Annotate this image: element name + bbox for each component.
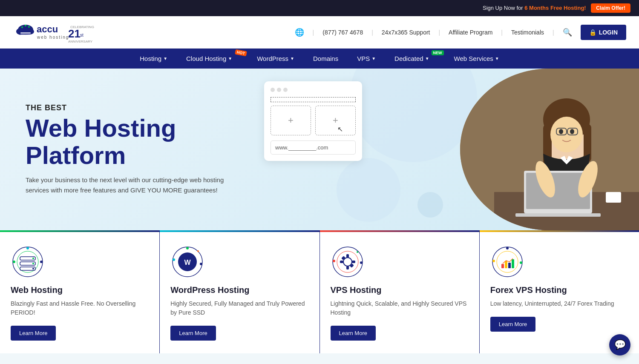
svg-point-7 [28,26,30,28]
svg-rect-60 [350,264,354,268]
wordpress-icon: W [170,245,204,279]
svg-rect-69 [512,259,514,268]
phone-link[interactable]: (877) 767 4678 [322,29,363,36]
nav-cloud-hosting[interactable]: Cloud Hosting ▼ HOT [177,49,248,69]
hero-image-area: + + ↖ www._________.com [256,69,639,230]
cursor-icon: ↖ [337,125,343,133]
svg-rect-66 [501,264,504,268]
svg-text:st: st [80,33,83,37]
chevron-down-icon: ▼ [163,56,167,61]
svg-point-63 [357,251,358,253]
header-navigation: 🌐 | (877) 767 4678 | 24x7x365 Support | … [295,25,626,40]
chevron-down-icon: ▼ [290,56,294,61]
svg-rect-56 [346,266,349,269]
hero-content: THE BEST Web HostingPlatform Take your b… [0,82,256,217]
chat-icon: 💬 [614,339,626,350]
card-3-button[interactable]: Learn More [331,326,376,341]
chevron-down-icon: ▼ [228,56,232,61]
svg-rect-68 [508,263,511,268]
svg-rect-21 [606,192,621,203]
dot-1 [271,88,275,92]
hero-subtitle: THE BEST [26,103,234,112]
svg-text:21: 21 [68,27,81,40]
logo-area: accu web hosting CELEBRATING 21 st ANNIV… [13,20,98,44]
svg-text:web hosting: web hosting [37,35,69,40]
mockup-grid: + + [271,106,356,135]
card-3-desc: Lightning Quick, Scalable, and Highly Se… [331,299,469,317]
svg-rect-55 [346,254,349,258]
web-hosting-icon [11,245,45,279]
svg-text:ANNIVERSARY: ANNIVERSARY [68,40,93,43]
mockup-box-2: + [315,106,356,135]
card-4-button[interactable]: Learn More [490,317,535,332]
svg-rect-59 [341,256,345,260]
hero-photo [460,69,639,230]
nav-web-services[interactable]: Web Services ▼ [445,49,509,69]
header: accu web hosting CELEBRATING 21 st ANNIV… [0,16,639,49]
svg-point-48 [173,258,175,261]
card-4-desc: Low latency, Uninterrupted, 24/7 Forex T… [490,299,628,308]
chevron-down-icon: ▼ [371,56,376,61]
hero-description: Take your business to the next level wit… [26,175,234,195]
hero-mockup: + + ↖ www._________.com [264,81,362,161]
svg-point-27 [559,129,563,134]
card-1-button[interactable]: Learn More [11,326,56,341]
svg-text:accu: accu [37,24,58,34]
svg-point-5 [21,26,23,28]
nav-dedicated[interactable]: Dedicated ▼ NEW [385,49,444,69]
svg-point-72 [506,247,509,249]
card-wordpress: W WordPress Hosting Highly Secured, Full… [160,230,320,353]
svg-rect-3 [20,32,31,34]
svg-point-28 [570,129,574,134]
card-2-button[interactable]: Learn More [170,326,216,341]
svg-rect-58 [352,261,355,263]
testimonials-link[interactable]: Testimonials [511,29,544,36]
svg-point-42 [13,261,15,263]
banner-text: Sign Up Now for [483,5,524,11]
search-icon[interactable]: 🔍 [563,28,572,37]
svg-point-39 [32,258,34,259]
svg-point-49 [200,263,202,265]
svg-point-70 [492,260,495,262]
lock-icon: 🔒 [589,29,596,36]
affiliate-link[interactable]: Affiliate Program [449,29,492,36]
mockup-box-1: + [271,106,311,135]
logo: accu web hosting CELEBRATING 21 st ANNIV… [13,20,98,44]
new-badge: NEW [432,50,444,55]
svg-point-54 [343,258,352,266]
nav-domains[interactable]: Domains [304,49,348,69]
svg-point-41 [32,268,34,269]
support-link[interactable]: 24x7x365 Support [382,29,430,36]
nav-vps[interactable]: VPS ▼ [348,49,385,69]
login-button[interactable]: 🔒 LOGIN [581,25,626,40]
mockup-url-bar: www._________.com [271,140,356,155]
svg-rect-57 [340,261,343,263]
card-4-title: Forex VPS Hosting [490,285,628,295]
card-2-title: WordPress Hosting [170,285,308,295]
chat-bubble-button[interactable]: 💬 [609,334,630,353]
card-3-title: VPS Hosting [331,285,469,295]
banner-highlight: 6 Months Free Hosting! [524,5,586,11]
card-1-desc: Blazingly Fast and Hassle Free. No Overs… [11,299,149,317]
card-web-hosting: Web Hosting Blazingly Fast and Hassle Fr… [0,230,160,353]
main-navigation: Hosting ▼ Cloud Hosting ▼ HOT WordPress … [0,49,639,69]
globe-icon[interactable]: 🌐 [295,28,304,37]
svg-point-43 [40,261,43,263]
svg-rect-4 [20,34,31,36]
service-cards: Web Hosting Blazingly Fast and Hassle Fr… [0,230,639,353]
svg-point-51 [197,250,199,252]
claim-offer-button[interactable]: Claim Offer! [591,3,630,13]
dot-2 [277,88,281,92]
svg-point-62 [360,261,363,264]
vps-icon [331,245,365,279]
nav-hosting[interactable]: Hosting ▼ [130,49,177,69]
svg-text:W: W [184,259,191,266]
hero-section: THE BEST Web HostingPlatform Take your b… [0,69,639,230]
nav-wordpress[interactable]: WordPress ▼ [248,49,304,69]
chevron-down-icon: ▼ [425,56,429,61]
forex-icon [490,245,524,279]
svg-point-50 [186,247,189,249]
svg-rect-19 [515,213,601,217]
svg-point-26 [550,117,583,152]
svg-point-71 [520,261,522,264]
